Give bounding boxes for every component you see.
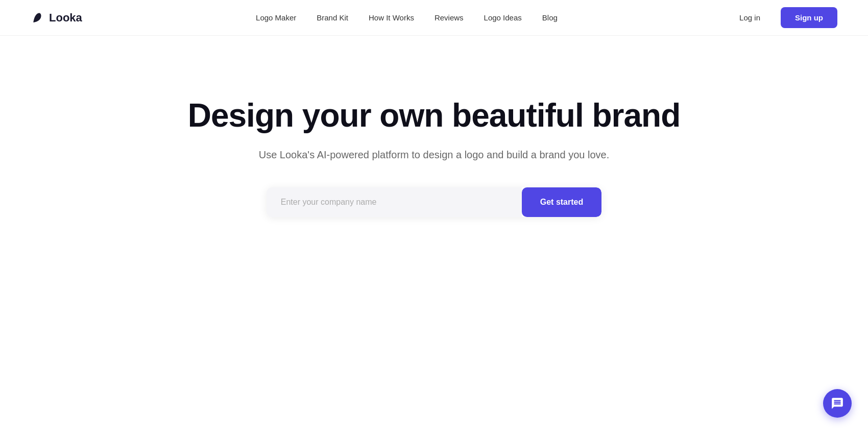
looka-logo-icon [31, 11, 45, 25]
signup-button[interactable]: Sign up [781, 7, 837, 28]
chat-bubble[interactable] [823, 389, 852, 418]
nav-brand-kit[interactable]: Brand Kit [317, 13, 348, 22]
nav-actions: Log in Sign up [731, 7, 837, 28]
get-started-button[interactable]: Get started [522, 187, 601, 217]
nav-how-it-works[interactable]: How It Works [369, 13, 414, 22]
nav-reviews[interactable]: Reviews [435, 13, 464, 22]
login-button[interactable]: Log in [731, 9, 768, 26]
hero-form: Get started [267, 187, 601, 217]
hero-section: Design your own beautiful brand Use Look… [0, 36, 868, 248]
hero-title: Design your own beautiful brand [188, 97, 681, 135]
logo-text: Looka [49, 11, 82, 25]
nav-links: Logo Maker Brand Kit How It Works Review… [256, 13, 558, 22]
logo-link[interactable]: Looka [31, 11, 82, 25]
chat-icon [831, 397, 844, 410]
nav-logo-ideas[interactable]: Logo Ideas [484, 13, 522, 22]
company-name-input[interactable] [267, 187, 522, 217]
hero-subtitle: Use Looka's AI-powered platform to desig… [259, 149, 609, 161]
nav-logo-maker[interactable]: Logo Maker [256, 13, 296, 22]
nav-blog[interactable]: Blog [542, 13, 558, 22]
main-nav: Looka Logo Maker Brand Kit How It Works … [0, 0, 868, 36]
